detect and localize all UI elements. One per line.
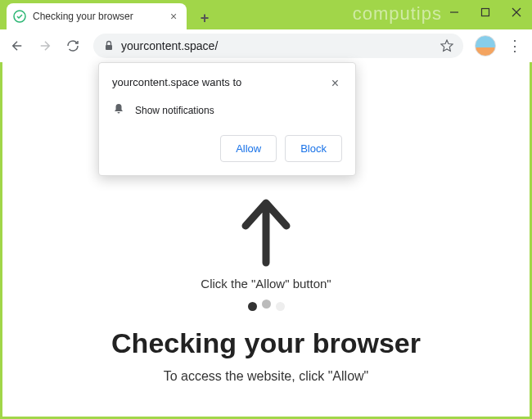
page-subtitle: To access the website, click "Allow" [164, 369, 369, 384]
svg-rect-1 [482, 9, 489, 16]
permission-popup: yourcontent.space wants to × Show notifi… [98, 62, 356, 176]
url-text: yourcontent.space/ [121, 39, 434, 52]
window-controls [439, 0, 532, 25]
browser-tab[interactable]: Checking your browser × [7, 3, 187, 29]
lock-icon [103, 40, 115, 52]
checkmark-circle-icon [13, 10, 26, 23]
minimize-button[interactable] [439, 0, 470, 25]
bookmark-star-icon[interactable] [440, 39, 453, 52]
svg-rect-5 [106, 45, 112, 50]
page-heading: Checking your browser [111, 327, 421, 359]
address-bar[interactable]: yourcontent.space/ [93, 34, 463, 58]
permission-request-text: Show notifications [135, 105, 214, 116]
menu-button[interactable]: ⋮ [503, 34, 527, 58]
reload-button[interactable] [61, 34, 85, 58]
watermark-text: computips [353, 3, 442, 25]
permission-title: yourcontent.space wants to [112, 76, 241, 88]
block-button[interactable]: Block [285, 135, 342, 162]
back-button[interactable] [5, 34, 29, 58]
bell-icon [112, 102, 125, 119]
tab-close-button[interactable]: × [167, 10, 180, 23]
profile-avatar[interactable] [475, 35, 496, 56]
new-tab-button[interactable]: + [193, 7, 216, 29]
dot-icon [262, 300, 271, 309]
browser-window: computips Checking your browser × + [0, 0, 532, 419]
browser-toolbar: yourcontent.space/ ⋮ [0, 29, 532, 62]
close-window-button[interactable] [501, 0, 532, 25]
forward-button[interactable] [33, 34, 57, 58]
loading-dots [248, 302, 285, 311]
allow-button[interactable]: Allow [220, 135, 277, 162]
dot-icon [276, 302, 285, 311]
dot-icon [248, 302, 257, 311]
permission-close-button[interactable]: × [328, 76, 342, 91]
maximize-button[interactable] [470, 0, 501, 25]
up-arrow-icon [233, 193, 299, 270]
page-hint-text: Click the "Allow" button" [201, 277, 331, 291]
tab-title: Checking your browser [33, 11, 160, 22]
